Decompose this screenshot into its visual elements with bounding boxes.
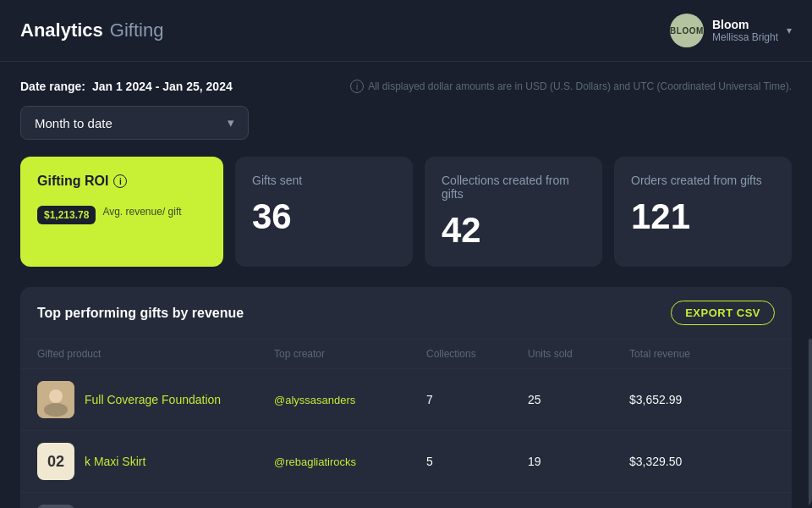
- table-section: Top performing gifts by revenue EXPORT C…: [20, 287, 792, 508]
- col-header-units: Units sold: [528, 348, 629, 360]
- product-thumbnail: [37, 505, 74, 508]
- date-range-value: Jan 1 2024 - Jan 25, 2024: [92, 80, 233, 93]
- page-subtitle: Gifting: [110, 19, 164, 41]
- product-thumbnail: 02: [37, 443, 74, 480]
- main-content: Date range: Jan 1 2024 - Jan 25, 2024 i …: [0, 62, 812, 508]
- product-cell: 02 k Maxi Skirt: [37, 443, 274, 480]
- user-name: Bloom: [712, 18, 778, 31]
- table-title: Top performing gifts by revenue: [37, 306, 244, 321]
- avatar: BLOOM: [670, 14, 704, 47]
- units-sold: 19: [528, 455, 629, 468]
- date-range-label-text: Date range:: [20, 80, 85, 93]
- roi-card-title: Gifting ROI i: [37, 174, 206, 189]
- date-range-label: Date range: Jan 1 2024 - Jan 25, 2024: [20, 80, 233, 93]
- roi-card: Gifting ROI i $1,213.78 Avg. revenue/ gi…: [20, 157, 223, 267]
- info-icon: i: [350, 80, 364, 93]
- scrollbar[interactable]: [809, 339, 812, 508]
- disclaimer-text: All displayed dollar amounts are in USD …: [368, 80, 792, 92]
- date-range-row: Date range: Jan 1 2024 - Jan 25, 2024 i …: [20, 79, 792, 94]
- svg-point-2: [44, 403, 68, 417]
- date-range: Date range: Jan 1 2024 - Jan 25, 2024: [20, 79, 233, 94]
- product-cell: ein Powder: [37, 505, 274, 508]
- collections-card: Collections created from gifts 42: [425, 157, 602, 267]
- creator-handle: @rebagliatirocks: [274, 456, 426, 468]
- product-name: Full Coverage Foundation: [85, 393, 221, 406]
- col-header-product: Gifted product: [37, 348, 274, 360]
- col-header-revenue: Total revenue: [629, 348, 775, 360]
- roi-info-icon: i: [113, 174, 127, 188]
- header: Analytics Gifting BLOOM Bloom Mellissa B…: [0, 0, 812, 62]
- orders-value: 121: [631, 197, 775, 236]
- roi-bottom: $1,213.78 Avg. revenue/ gift: [37, 196, 206, 224]
- units-sold: 25: [528, 393, 629, 406]
- user-info: Bloom Mellissa Bright: [712, 18, 778, 43]
- product-name: k Maxi Skirt: [85, 455, 145, 468]
- table-column-headers: Gifted product Top creator Collections U…: [20, 340, 792, 369]
- dropdown-label: Month to date: [35, 116, 112, 130]
- table-header: Top performing gifts by revenue EXPORT C…: [20, 287, 792, 340]
- product-thumbnail: [37, 381, 74, 418]
- collections-count: 5: [426, 455, 528, 468]
- total-revenue: $3,652.99: [629, 393, 775, 406]
- roi-sub: Avg. revenue/ gift: [102, 206, 181, 218]
- stats-grid: Gifting ROI i $1,213.78 Avg. revenue/ gi…: [20, 157, 792, 267]
- user-email: Mellissa Bright: [712, 31, 778, 43]
- disclaimer: i All displayed dollar amounts are in US…: [350, 80, 792, 93]
- creator-handle: @alyssasanders: [274, 394, 426, 406]
- col-header-creator: Top creator: [274, 348, 426, 360]
- roi-badge: $1,213.78: [37, 206, 96, 224]
- col-header-collections: Collections: [426, 348, 528, 360]
- svg-point-1: [49, 389, 63, 403]
- header-left: Analytics Gifting: [20, 19, 163, 41]
- dropdown-chevron-icon: ▾: [228, 115, 234, 130]
- table-row: ein Powder @timApple 7 22 $2,836.85: [20, 493, 792, 508]
- gifts-sent-title: Gifts sent: [252, 174, 396, 187]
- app-title: Analytics: [20, 19, 103, 41]
- chevron-down-icon: ▾: [787, 25, 792, 36]
- dropdown-row: Month to date ▾: [20, 106, 792, 140]
- export-csv-button[interactable]: EXPORT CSV: [671, 301, 775, 325]
- date-filter-dropdown[interactable]: Month to date ▾: [20, 106, 249, 140]
- gifts-sent-value: 36: [252, 197, 396, 236]
- total-revenue: $3,329.50: [629, 455, 775, 468]
- orders-title: Orders created from gifts: [631, 174, 775, 187]
- collections-value: 42: [442, 211, 585, 250]
- table-row: 02 k Maxi Skirt @rebagliatirocks 5 19 $3…: [20, 431, 792, 493]
- product-cell: Full Coverage Foundation: [37, 381, 274, 418]
- gifts-sent-card: Gifts sent 36: [235, 157, 413, 267]
- orders-card: Orders created from gifts 121: [614, 157, 792, 267]
- table-row: Full Coverage Foundation @alyssasanders …: [20, 369, 792, 431]
- collections-count: 7: [426, 393, 528, 406]
- roi-title-text: Gifting ROI: [37, 174, 108, 189]
- user-menu[interactable]: BLOOM Bloom Mellissa Bright ▾: [670, 14, 792, 47]
- svg-rect-3: [37, 505, 74, 508]
- collections-title: Collections created from gifts: [442, 174, 585, 201]
